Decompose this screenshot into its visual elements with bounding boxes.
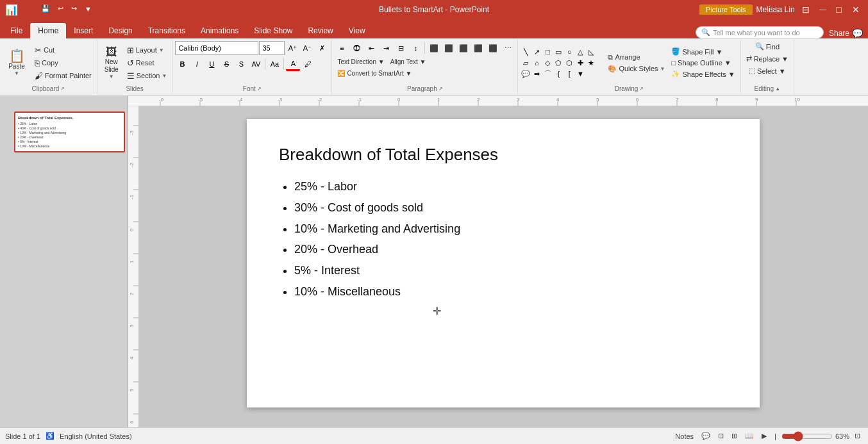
user-name[interactable]: Melissa Lin [756,5,795,14]
tab-design[interactable]: Design [101,23,140,38]
diamond-shape[interactable]: ◇ [542,58,553,68]
cut-button[interactable]: ✂ Cut [32,44,94,56]
pentagon-shape[interactable]: ⬠ [553,58,563,68]
star-shape[interactable]: ★ [586,58,596,68]
more-shapes[interactable]: ▼ [575,69,585,79]
rect-shape[interactable]: □ [542,47,553,57]
curve-shape[interactable]: ⌒ [542,69,553,79]
shape-fill-button[interactable]: 🪣 Shape Fill ▼ [669,46,737,57]
slide-sorter-button[interactable]: ⊞ [729,431,740,441]
convert-smartart-button[interactable]: 🔀 Convert to SmartArt ▼ [335,69,414,78]
new-slide-button[interactable]: 🖼 New Slide ▼ [100,45,123,81]
find-button[interactable]: 🔍 Find [753,41,782,52]
reset-button[interactable]: ↺ Reset [124,57,170,69]
paragraph-expand-icon[interactable]: ↗ [438,86,443,92]
reading-view-button[interactable]: 📖 [742,431,756,441]
clipboard-group-label[interactable]: Clipboard ↗ [3,85,94,93]
ribbon-display-btn[interactable]: ⊟ [799,3,813,16]
paragraph-group-label[interactable]: Paragraph ↗ [335,85,515,93]
slide-canvas[interactable]: Breakdown of Total Expenses 25% - Labor … [138,106,868,427]
brace-shape[interactable]: { [553,69,563,79]
right-triangle-shape[interactable]: ◺ [586,47,596,57]
normal-view-button[interactable]: ⊡ [715,431,726,441]
tab-view[interactable]: View [341,23,373,38]
underline-button[interactable]: U [204,57,219,71]
font-color-button[interactable]: A [286,57,300,71]
minimize-btn[interactable]: ─ [817,3,830,16]
connector-shape[interactable]: ↗ [531,47,542,57]
new-slide-dropdown[interactable]: ▼ [109,74,114,79]
align-left-button[interactable]: ⬛ [427,41,441,55]
language[interactable]: English (United States) [60,432,132,440]
clipboard-expand-icon[interactable]: ↗ [60,86,65,92]
format-painter-button[interactable]: 🖌 Format Painter [32,70,94,82]
columns-button[interactable]: ⊟ [394,41,408,55]
section-button[interactable]: ☰ Section ▼ [124,70,170,82]
shape-outline-button[interactable]: □ Shape Outline ▼ [669,58,737,68]
align-center-button[interactable]: ⬛ [442,41,456,55]
clear-format-button[interactable]: ✗ [315,41,329,55]
paste-dropdown[interactable]: ▼ [14,70,19,76]
slideshow-button[interactable]: ▶ [759,431,769,441]
decrease-font-size-button[interactable]: A⁻ [300,41,314,55]
accessibility-icon[interactable]: ♿ [46,432,54,440]
char-spacing-button[interactable]: AV [249,57,263,71]
tab-animations[interactable]: Animations [193,23,246,38]
layout-button[interactable]: ⊞ Layout ▼ [124,44,170,56]
tab-review[interactable]: Review [300,23,340,38]
font-group-label[interactable]: Font ↗ [175,85,329,93]
tab-file[interactable]: File [3,23,30,38]
bracket-shape[interactable]: [ [564,69,574,79]
replace-button[interactable]: ⇄ Replace ▼ [744,53,791,64]
increase-indent-button[interactable]: ⇥ [379,41,393,55]
comments-icon[interactable]: 💬 [852,28,863,38]
quick-access-more[interactable]: ▼ [82,4,94,14]
comments-panel-button[interactable]: 💬 [699,431,713,441]
close-btn[interactable]: ✕ [849,3,863,16]
tab-transitions[interactable]: Transitions [140,23,193,38]
line-shape[interactable]: ╲ [521,47,531,57]
copy-button[interactable]: ⎘ Copy [32,57,94,69]
tab-slideshow[interactable]: Slide Show [246,23,300,38]
bullets-button[interactable]: ≡ [335,41,349,55]
drawing-group-label[interactable]: Drawing ↗ [521,85,737,93]
font-size-input[interactable] [259,41,285,55]
justify-low-button[interactable]: ⬛ [486,41,500,55]
arrange-button[interactable]: ⧉ Arrange [605,52,667,63]
slide-body[interactable]: 25% - Labor 30% - Cost of goods sold 10%… [279,177,728,301]
maximize-btn[interactable]: □ [833,3,845,16]
shape-effects-button[interactable]: ✨ Shape Effects ▼ [669,69,737,79]
editing-group-label[interactable]: Editing ▲ [744,85,791,93]
font-case-button[interactable]: Aa [267,57,281,71]
block-arrow-shape[interactable]: ➡ [531,69,542,79]
parallelogram-shape[interactable]: ▱ [521,58,531,68]
share-btn[interactable]: Share [829,29,849,38]
slide-content[interactable]: Breakdown of Total Expenses 25% - Labor … [247,119,760,407]
numbering-button[interactable]: ⓵ [349,41,363,55]
tell-me-input[interactable]: 🔍 Tell me what you want to do [696,26,824,38]
font-expand-icon[interactable]: ↗ [257,86,262,92]
round-rect-shape[interactable]: ▭ [553,47,563,57]
slide-thumbnail[interactable]: Breakdown of Total Expenses. • 25% - Lab… [14,111,125,152]
drawing-expand-icon[interactable]: ↗ [639,86,644,92]
tab-home[interactable]: Home [30,23,66,38]
quick-styles-button[interactable]: 🎨 Quick Styles ▼ [605,63,667,74]
align-text-button[interactable]: Align Text ▼ [388,57,429,67]
decrease-indent-button[interactable]: ⇤ [364,41,378,55]
notes-button[interactable]: Notes [672,431,696,441]
select-button[interactable]: ⬚ Select ▼ [746,65,789,76]
plus-shape[interactable]: ✚ [575,58,585,68]
justify-button[interactable]: ⬛ [471,41,485,55]
text-direction-button[interactable]: Text Direction ▼ [335,57,387,67]
paste-button[interactable]: 📋 Paste ▼ [3,48,31,78]
font-name-input[interactable] [175,41,258,55]
editing-expand-icon[interactable]: ▲ [775,86,780,92]
italic-button[interactable]: I [190,57,204,71]
bold-button[interactable]: B [175,57,189,71]
align-right-button[interactable]: ⬛ [456,41,471,55]
hexagon-shape[interactable]: ⬡ [564,58,574,68]
save-button[interactable]: 💾 [38,3,53,14]
tab-insert[interactable]: Insert [66,23,101,38]
zoom-slider[interactable] [781,431,833,441]
increase-font-size-button[interactable]: A⁺ [285,41,299,55]
